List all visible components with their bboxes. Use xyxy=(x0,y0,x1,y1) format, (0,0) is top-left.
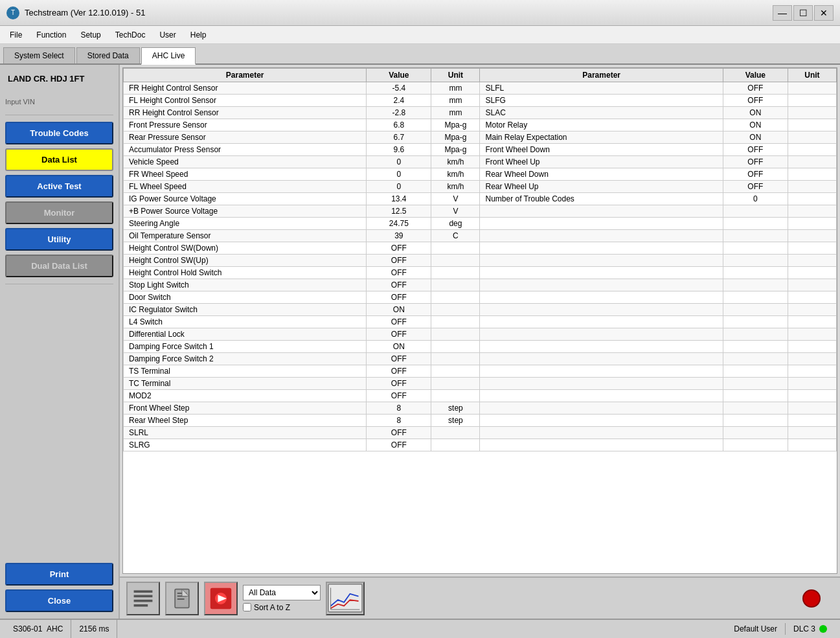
table-row: L4 Switch OFF xyxy=(124,316,837,328)
left-param-cell: TC Terminal xyxy=(124,378,367,390)
col-header-param-left: Parameter xyxy=(124,69,367,82)
data-list-btn[interactable]: Data List xyxy=(5,148,113,171)
left-value-cell: 6.8 xyxy=(367,119,431,131)
left-unit-cell xyxy=(431,255,480,267)
right-unit-cell xyxy=(788,427,836,439)
left-value-cell: 39 xyxy=(367,230,431,242)
active-test-btn[interactable]: Active Test xyxy=(5,175,113,198)
right-param-cell xyxy=(480,279,723,291)
right-value-cell xyxy=(723,230,788,242)
record-icon xyxy=(209,587,233,610)
sort-checkbox-container[interactable]: Sort A to Z xyxy=(243,603,321,612)
menu-help[interactable]: Help xyxy=(184,28,213,41)
right-param-cell xyxy=(480,230,723,242)
record-stop-btn[interactable] xyxy=(802,589,821,608)
dual-data-list-btn: Dual Data List xyxy=(5,255,113,277)
right-value-cell xyxy=(723,304,788,316)
minimize-button[interactable]: — xyxy=(773,5,792,21)
left-param-cell: FR Wheel Speed xyxy=(124,168,367,181)
table-row: Door Switch OFF xyxy=(124,291,837,304)
table-row: Vehicle Speed 0 km/h Front Wheel Up OFF xyxy=(124,156,837,168)
icon-btn-1[interactable] xyxy=(126,582,160,615)
table-row: MOD2 OFF xyxy=(124,390,837,402)
left-value-cell: OFF xyxy=(367,267,431,279)
table-row: SLRG OFF xyxy=(124,439,837,451)
icon-btn-2[interactable] xyxy=(165,582,199,615)
menu-file[interactable]: File xyxy=(3,28,28,41)
col-header-param-right: Parameter xyxy=(480,69,723,82)
data-table-container[interactable]: Parameter Value Unit Parameter Value Uni… xyxy=(122,67,837,574)
chart-button[interactable] xyxy=(326,582,365,615)
menu-function[interactable]: Function xyxy=(30,28,73,41)
left-value-cell: OFF xyxy=(367,439,431,451)
left-unit-cell xyxy=(431,365,480,378)
left-value-cell: OFF xyxy=(367,328,431,341)
left-unit-cell xyxy=(431,328,480,341)
right-unit-cell xyxy=(788,378,836,390)
icon-btn-3[interactable] xyxy=(204,582,238,615)
right-param-cell: Front Wheel Down xyxy=(480,144,723,156)
right-param-cell xyxy=(480,439,723,451)
tab-ahc-live[interactable]: AHC Live xyxy=(141,47,196,65)
right-param-cell xyxy=(480,402,723,415)
right-value-cell xyxy=(723,255,788,267)
sort-az-checkbox[interactable] xyxy=(243,603,251,611)
right-unit-cell xyxy=(788,279,836,291)
window-controls: — ☐ ✕ xyxy=(773,5,834,21)
right-unit-cell xyxy=(788,316,836,328)
left-param-cell: L4 Switch xyxy=(124,316,367,328)
left-value-cell: OFF xyxy=(367,291,431,304)
right-value-cell: ON xyxy=(723,107,788,119)
document-icon xyxy=(170,587,194,610)
right-value-cell xyxy=(723,402,788,415)
chart-icon xyxy=(327,583,363,613)
vehicle-name: LAND CR. HDJ 1FT xyxy=(5,71,113,86)
left-unit-cell xyxy=(431,291,480,304)
left-param-cell: Height Control SW(Down) xyxy=(124,242,367,255)
left-param-cell: Damping Force Switch 1 xyxy=(124,341,367,353)
right-value-cell xyxy=(723,365,788,378)
print-btn[interactable]: Print xyxy=(5,563,113,586)
menu-setup[interactable]: Setup xyxy=(74,28,107,41)
right-unit-cell xyxy=(788,415,836,427)
svg-rect-2 xyxy=(134,599,153,602)
right-value-cell xyxy=(723,378,788,390)
table-row: TC Terminal OFF xyxy=(124,378,837,390)
left-unit-cell xyxy=(431,279,480,291)
monitor-btn: Monitor xyxy=(5,201,113,224)
maximize-button[interactable]: ☐ xyxy=(793,5,813,21)
left-unit-cell xyxy=(431,427,480,439)
tab-system-select[interactable]: System Select xyxy=(3,47,75,63)
data-filter-select[interactable]: All Data Selected Data xyxy=(243,585,321,600)
close-window-button[interactable]: ✕ xyxy=(814,5,834,21)
left-value-cell: ON xyxy=(367,341,431,353)
right-unit-cell xyxy=(788,168,836,181)
left-value-cell: OFF xyxy=(367,365,431,378)
utility-btn[interactable]: Utility xyxy=(5,228,113,251)
right-param-cell: Number of Trouble Codes xyxy=(480,193,723,205)
right-value-cell xyxy=(723,390,788,402)
left-value-cell: OFF xyxy=(367,279,431,291)
left-value-cell: -2.8 xyxy=(367,107,431,119)
right-unit-cell xyxy=(788,304,836,316)
menu-techdoc[interactable]: TechDoc xyxy=(109,28,152,41)
left-value-cell: 8 xyxy=(367,402,431,415)
right-value-cell xyxy=(723,341,788,353)
status-right: Default User DLC 3 xyxy=(726,623,835,635)
right-value-cell xyxy=(723,353,788,365)
menu-user[interactable]: User xyxy=(153,28,182,41)
tab-stored-data[interactable]: Stored Data xyxy=(76,47,140,63)
col-header-value-left: Value xyxy=(367,69,431,82)
right-param-cell: Main Relay Expectation xyxy=(480,131,723,144)
table-row: Front Pressure Sensor 6.8 Mpa-g Motor Re… xyxy=(124,119,837,131)
sidebar-divider-2 xyxy=(5,284,113,284)
left-param-cell: Front Pressure Sensor xyxy=(124,119,367,131)
table-row: +B Power Source Voltage 12.5 V xyxy=(124,205,837,218)
svg-rect-1 xyxy=(134,595,153,597)
status-timing: 2156 ms xyxy=(71,620,117,638)
right-value-cell: ON xyxy=(723,119,788,131)
right-unit-cell xyxy=(788,341,836,353)
close-btn[interactable]: Close xyxy=(5,589,113,612)
right-unit-cell xyxy=(788,156,836,168)
trouble-codes-btn[interactable]: Trouble Codes xyxy=(5,122,113,144)
